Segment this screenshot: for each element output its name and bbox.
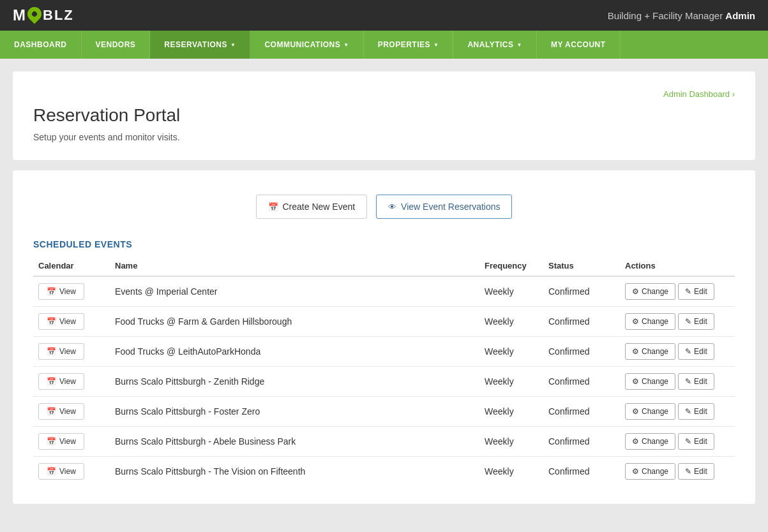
event-status: Confirmed xyxy=(543,367,620,397)
event-status: Confirmed xyxy=(543,307,620,337)
view-calendar-button[interactable]: 📅 View xyxy=(38,403,84,420)
page-content: Admin Dashboard › Reservation Portal Set… xyxy=(0,59,768,527)
col-header-actions: Actions xyxy=(620,257,735,276)
pencil-icon: ✎ xyxy=(685,347,691,356)
header-card: Admin Dashboard › Reservation Portal Set… xyxy=(13,71,755,160)
event-frequency: Weekly xyxy=(479,307,543,337)
change-button[interactable]: ⚙ Change xyxy=(625,403,675,420)
edit-button[interactable]: ✎ Edit xyxy=(678,433,714,450)
event-frequency: Weekly xyxy=(479,367,543,397)
view-event-reservations-button[interactable]: 👁 View Event Reservations xyxy=(376,195,512,219)
edit-button[interactable]: ✎ Edit xyxy=(678,403,714,420)
nav-dashboard[interactable]: DASHBOARD xyxy=(0,31,82,59)
change-button[interactable]: ⚙ Change xyxy=(625,373,675,390)
gear-icon: ⚙ xyxy=(632,407,639,416)
calendar-icon: 📅 xyxy=(47,467,56,476)
breadcrumb-link[interactable]: Admin Dashboard › xyxy=(663,89,735,99)
edit-button[interactable]: ✎ Edit xyxy=(678,283,714,300)
change-button[interactable]: ⚙ Change xyxy=(625,313,675,330)
events-table: Calendar Name Frequency Status Actions 📅… xyxy=(33,257,735,486)
nav-vendors[interactable]: VENDORS xyxy=(82,31,151,59)
event-name: Food Trucks @ Farm & Garden Hillsborough xyxy=(110,307,479,337)
event-frequency: Weekly xyxy=(479,457,543,487)
event-frequency: Weekly xyxy=(479,276,543,307)
calendar-icon: 📅 xyxy=(47,347,56,356)
event-status: Confirmed xyxy=(543,337,620,367)
change-button[interactable]: ⚙ Change xyxy=(625,463,675,480)
gear-icon: ⚙ xyxy=(632,317,639,326)
gear-icon: ⚙ xyxy=(632,437,639,446)
calendar-icon: 📅 xyxy=(47,437,56,446)
change-button[interactable]: ⚙ Change xyxy=(625,433,675,450)
page-title: Reservation Portal xyxy=(33,105,735,126)
change-button[interactable]: ⚙ Change xyxy=(625,283,675,300)
nav-communications[interactable]: COMMUNICATIONS ▼ xyxy=(250,31,363,59)
gear-icon: ⚙ xyxy=(632,287,639,296)
logo: M BLZ xyxy=(13,6,74,24)
edit-button[interactable]: ✎ Edit xyxy=(678,373,714,390)
chevron-down-icon: ▼ xyxy=(517,42,522,48)
nav-analytics[interactable]: ANALYTICS ▼ xyxy=(453,31,537,59)
event-frequency: Weekly xyxy=(479,427,543,457)
calendar-icon: 📅 xyxy=(47,407,56,416)
chevron-down-icon: ▼ xyxy=(343,42,349,48)
edit-button[interactable]: ✎ Edit xyxy=(678,313,714,330)
change-button[interactable]: ⚙ Change xyxy=(625,343,675,360)
view-calendar-button[interactable]: 📅 View xyxy=(38,343,84,360)
view-calendar-button[interactable]: 📅 View xyxy=(38,463,84,480)
pencil-icon: ✎ xyxy=(685,437,691,446)
gear-icon: ⚙ xyxy=(632,467,639,476)
event-status: Confirmed xyxy=(543,397,620,427)
event-name: Burns Scalo Pittsburgh - Zenith Ridge xyxy=(110,367,479,397)
create-new-event-button[interactable]: 📅 Create New Event xyxy=(256,195,368,219)
chevron-down-icon: ▼ xyxy=(433,42,439,48)
calendar-icon: 📅 xyxy=(268,202,278,212)
logo-pin-icon xyxy=(24,4,44,24)
event-name: Events @ Imperial Center xyxy=(110,276,479,307)
col-header-calendar: Calendar xyxy=(33,257,110,276)
view-calendar-button[interactable]: 📅 View xyxy=(38,373,84,390)
breadcrumb-row: Admin Dashboard › xyxy=(33,89,735,99)
buttons-panel: 📅 Create New Event 👁 View Event Reservat… xyxy=(33,188,735,219)
pencil-icon: ✎ xyxy=(685,287,691,296)
main-card: 📅 Create New Event 👁 View Event Reservat… xyxy=(13,170,755,504)
col-header-frequency: Frequency xyxy=(479,257,543,276)
table-row: 📅 ViewFood Trucks @ Farm & Garden Hillsb… xyxy=(33,307,735,337)
view-calendar-button[interactable]: 📅 View xyxy=(38,313,84,330)
view-calendar-button[interactable]: 📅 View xyxy=(38,283,84,300)
event-frequency: Weekly xyxy=(479,397,543,427)
event-status: Confirmed xyxy=(543,427,620,457)
event-name: Burns Scalo Pittsburgh - The Vision on F… xyxy=(110,457,479,487)
pencil-icon: ✎ xyxy=(685,317,691,326)
edit-button[interactable]: ✎ Edit xyxy=(678,463,714,480)
table-row: 📅 ViewEvents @ Imperial CenterWeeklyConf… xyxy=(33,276,735,307)
event-name: Burns Scalo Pittsburgh - Foster Zero xyxy=(110,397,479,427)
logo-text: BLZ xyxy=(43,7,74,24)
page-subtitle: Setup your events and monitor visits. xyxy=(33,132,735,142)
nav-reservations[interactable]: RESERVATIONS ▼ xyxy=(150,31,250,59)
table-row: 📅 ViewBurns Scalo Pittsburgh - Abele Bus… xyxy=(33,427,735,457)
event-name: Burns Scalo Pittsburgh - Abele Business … xyxy=(110,427,479,457)
event-name: Food Trucks @ LeithAutoParkHonda xyxy=(110,337,479,367)
table-row: 📅 ViewBurns Scalo Pittsburgh - Foster Ze… xyxy=(33,397,735,427)
header-brand: Building + Facility Manager Admin xyxy=(608,10,755,21)
main-nav: DASHBOARD VENDORS RESERVATIONS ▼ COMMUNI… xyxy=(0,31,768,59)
nav-properties[interactable]: PROPERTIES ▼ xyxy=(364,31,454,59)
pencil-icon: ✎ xyxy=(685,407,691,416)
pencil-icon: ✎ xyxy=(685,467,691,476)
event-status: Confirmed xyxy=(543,457,620,487)
col-header-status: Status xyxy=(543,257,620,276)
gear-icon: ⚙ xyxy=(632,377,639,386)
table-row: 📅 ViewBurns Scalo Pittsburgh - The Visio… xyxy=(33,457,735,487)
logo-m: M xyxy=(13,6,26,24)
chevron-down-icon: ▼ xyxy=(230,42,236,48)
pencil-icon: ✎ xyxy=(685,377,691,386)
calendar-icon: 📅 xyxy=(47,317,56,326)
view-calendar-button[interactable]: 📅 View xyxy=(38,433,84,450)
event-status: Confirmed xyxy=(543,276,620,307)
calendar-icon: 📅 xyxy=(47,377,56,386)
calendar-icon: 📅 xyxy=(47,287,56,296)
gear-icon: ⚙ xyxy=(632,347,639,356)
nav-my-account[interactable]: MY ACCOUNT xyxy=(537,31,621,59)
edit-button[interactable]: ✎ Edit xyxy=(678,343,714,360)
